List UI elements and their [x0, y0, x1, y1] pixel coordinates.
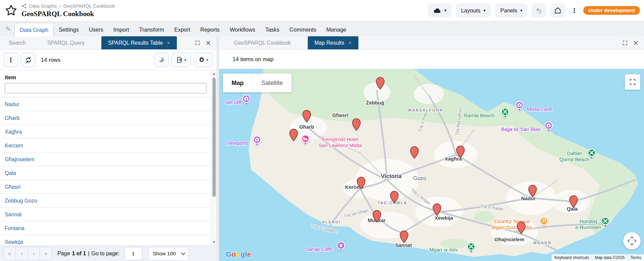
settings-button[interactable]: ▾ [194, 52, 213, 67]
map-marker[interactable] [569, 195, 578, 209]
map-marker[interactable] [302, 110, 311, 124]
item-link[interactable]: Qala [5, 170, 16, 176]
export-button[interactable]: ▾ [171, 52, 191, 67]
tab-close-icon[interactable]: × [348, 40, 352, 46]
map-marker[interactable] [399, 230, 408, 245]
poi-label-bajja-ta-san-blas[interactable]: Bajja ta' San Blas [501, 126, 540, 132]
goto-page-input[interactable] [124, 247, 142, 260]
table-row[interactable]: Għajnsielem [0, 153, 211, 166]
item-link[interactable]: Xagħra [5, 129, 22, 135]
edit-pencil-icon[interactable]: ✎ [5, 25, 11, 33]
nav-tab-export[interactable]: Export [169, 23, 195, 36]
poi-label-mixta-cave[interactable]: Mixta Cave [527, 106, 552, 112]
map-view-button[interactable]: Map [223, 74, 252, 92]
table-row[interactable]: Qala [0, 166, 211, 180]
close-panel-icon[interactable]: ✕ [205, 40, 211, 46]
close-panel-icon[interactable]: ✕ [633, 40, 639, 46]
panel-tab-sparql-results-table[interactable]: SPARQL Results Table× [101, 36, 177, 49]
map-pan-control[interactable] [623, 232, 641, 250]
item-link[interactable]: Għarb [5, 115, 19, 121]
item-link[interactable]: Nadur [5, 101, 19, 107]
poi-pin-camera-icon[interactable] [252, 135, 261, 148]
poi-pin-hotel-icon[interactable] [301, 134, 310, 147]
map-marker[interactable] [456, 145, 465, 159]
expand-panel-icon[interactable] [195, 40, 200, 45]
poi-label-m-arr-ix-xini[interactable]: Mġarr ix-Xini [429, 247, 457, 253]
breadcrumb-root[interactable]: Data Graphs [29, 3, 57, 9]
attribution-terms[interactable]: Terms [628, 254, 644, 261]
poi-pin-camera-icon[interactable] [544, 121, 553, 134]
map-marker[interactable] [410, 146, 419, 160]
map-marker[interactable] [390, 190, 399, 205]
page-size-select[interactable]: Show 100 [148, 247, 189, 260]
nav-tab-data-graph[interactable]: Data Graph [14, 23, 54, 36]
poi-pin-beach-icon[interactable] [501, 107, 510, 121]
poi-label-sanap-cliffs[interactable]: Sanap Cliffs [305, 246, 333, 252]
table-row[interactable]: Għasri [0, 180, 211, 194]
table-row[interactable]: Kerċem [0, 139, 211, 153]
item-link[interactable]: Żebbuġ Gozo [5, 198, 37, 204]
attribution-keyboard-shortcuts[interactable]: Keyboard shortcuts [552, 254, 592, 261]
more-options-button[interactable]: ⋮ [569, 3, 579, 17]
tab-close-icon[interactable]: × [167, 40, 170, 46]
poi-label-hondoq[interactable]: Hondoqir-Rummien [575, 219, 601, 230]
table-menu-button[interactable]: ⋮ [3, 52, 18, 67]
poi-label-country-terrace[interactable]: Country TerraceMgarr Gozo Malta [492, 219, 532, 230]
poi-label-da-let[interactable]: DaħletQorrot Beach [559, 150, 589, 162]
poi-label-ramla-beach[interactable]: Ramla Beach [464, 113, 494, 119]
panel-tab-sparql-query[interactable]: SPARQL Query [43, 36, 89, 49]
last-page-button[interactable]: » [40, 247, 52, 260]
nav-tab-comments[interactable]: Comments [285, 23, 321, 36]
nav-tab-users[interactable]: Users [84, 23, 108, 36]
table-row[interactable]: Xewkija [0, 235, 211, 246]
next-page-button[interactable]: › [28, 247, 40, 260]
map-marker[interactable] [372, 210, 381, 224]
satellite-view-button[interactable]: Satellite [252, 74, 292, 92]
scroll-up-arrow[interactable] [211, 71, 216, 76]
breadcrumb-current[interactable]: GeoSPARQL Cookbook [63, 3, 115, 9]
attribution-map-data-2025[interactable]: Map data ©2025 [592, 254, 627, 261]
panel-tab-geosparql-cookbook[interactable]: GeoSPARQL Cookbook [229, 36, 296, 49]
google-logo[interactable]: Google [226, 250, 251, 258]
undo-button[interactable] [532, 3, 546, 17]
layouts-dropdown[interactable]: Layouts ▾ [456, 3, 491, 17]
map-marker[interactable] [528, 185, 537, 199]
map-fullscreen-button[interactable] [625, 74, 640, 90]
panel-tab-map-results[interactable]: Map Results× [308, 36, 358, 49]
item-link[interactable]: Xewkija [5, 239, 23, 245]
map-marker[interactable] [352, 118, 361, 132]
map-marker[interactable] [517, 221, 526, 235]
item-link[interactable]: Għasri [5, 184, 20, 190]
nav-tab-import[interactable]: Import [108, 23, 134, 36]
poi-label-viewpoint[interactable]: Viewpoint [226, 140, 248, 146]
scrollbar-thumb[interactable] [212, 78, 216, 197]
item-link[interactable]: Fontana [5, 225, 24, 231]
item-link[interactable]: Kerċem [5, 143, 23, 148]
item-link[interactable]: Għajnsielem [5, 157, 35, 162]
table-row[interactable]: Xagħra [0, 125, 211, 139]
nav-tab-transform[interactable]: Transform [134, 23, 169, 36]
poi-pin-beach-icon[interactable] [601, 217, 610, 230]
favorite-star-icon[interactable] [5, 4, 17, 17]
scroll-down-arrow[interactable] [211, 240, 216, 245]
nav-tab-tasks[interactable]: Tasks [260, 23, 284, 36]
refresh-button[interactable] [21, 52, 36, 67]
home-button[interactable] [550, 3, 565, 17]
panel-divider[interactable] [216, 36, 219, 261]
graph-source-dropdown[interactable]: ▾ [428, 3, 452, 17]
poi-pin-attraction-icon[interactable] [337, 241, 346, 254]
prev-page-button[interactable]: ‹ [15, 247, 28, 260]
poi-pin-camera-icon[interactable] [515, 101, 524, 114]
map-marker[interactable] [376, 77, 385, 91]
map-marker[interactable] [356, 177, 365, 191]
poi-pin-beach-icon[interactable] [587, 148, 596, 161]
map-marker[interactable] [433, 203, 442, 217]
poi-label-kempinski-hotel[interactable]: Kempinski HotelSan Lawrenz Malta [319, 136, 362, 148]
expand-panel-icon[interactable] [623, 40, 628, 45]
poi-label-set-cliff[interactable]: set cliff [226, 99, 241, 105]
poi-pin-camera-icon[interactable] [242, 94, 251, 107]
table-row[interactable]: Żebbuġ Gozo [0, 194, 211, 208]
column-header-item[interactable]: item [5, 74, 206, 81]
poi-pin-restaurant-icon[interactable] [540, 217, 549, 230]
nav-tab-manage[interactable]: Manage [321, 23, 351, 36]
